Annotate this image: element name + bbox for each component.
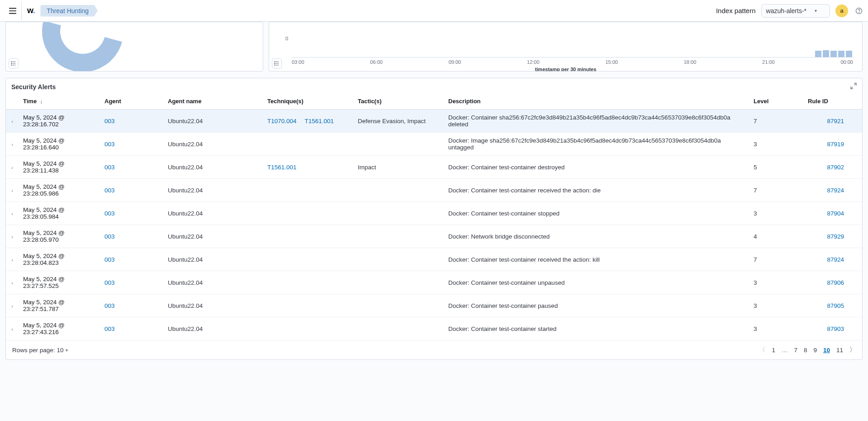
expand-row-button[interactable]: › (6, 294, 19, 317)
technique-link[interactable]: T1561.001 (305, 118, 334, 124)
column-agent-name[interactable]: Agent name (163, 93, 263, 110)
cell-agent-name: Ubuntu22.04 (163, 202, 263, 225)
column-agent[interactable]: Agent (100, 93, 163, 110)
rule-id-link[interactable]: 87904 (827, 210, 844, 217)
expand-row-button[interactable]: › (6, 133, 19, 156)
help-button[interactable] (854, 5, 864, 16)
agent-link[interactable]: 003 (104, 233, 115, 240)
legend-toggle-button[interactable] (272, 58, 282, 68)
table-row[interactable]: ›May 5, 2024 @ 23:27:57.525003Ubuntu22.0… (6, 271, 862, 294)
cell-agent-name: Ubuntu22.04 (163, 179, 263, 202)
table-row[interactable]: ›May 5, 2024 @ 23:28:05.970003Ubuntu22.0… (6, 225, 862, 248)
agent-link[interactable]: 003 (104, 279, 115, 286)
cell-rule-id: 87903 (803, 317, 862, 340)
rows-per-page-select[interactable]: Rows per page: 10 ▾ (12, 347, 68, 354)
expand-row-button[interactable]: › (6, 248, 19, 271)
cell-techniques (263, 271, 353, 294)
cell-level: 3 (749, 317, 803, 340)
cell-description: Docker: Container sha256:67c2fc9e3d849b2… (444, 110, 749, 133)
agent-link[interactable]: 003 (104, 141, 115, 148)
column-technique[interactable]: Technique(s) (263, 93, 353, 110)
technique-link[interactable]: T1070.004 (267, 118, 297, 124)
rule-id-link[interactable]: 87902 (827, 164, 844, 171)
cell-description: Docker: Image sha256:67c2fc9e3d849b21a35… (444, 133, 749, 156)
breadcrumb[interactable]: Threat Hunting (40, 5, 98, 17)
table-row[interactable]: ›May 5, 2024 @ 23:28:11.438003Ubuntu22.0… (6, 156, 862, 179)
rule-id-link[interactable]: 87919 (827, 141, 844, 148)
chevron-right-icon: › (11, 211, 13, 216)
cell-description: Docker: Container test-container destroy… (444, 156, 749, 179)
expand-panel-button[interactable] (850, 83, 857, 91)
rule-id-link[interactable]: 87924 (827, 256, 844, 263)
cell-agent-name: Ubuntu22.04 (163, 248, 263, 271)
expand-row-button[interactable]: › (6, 271, 19, 294)
expand-row-button[interactable]: › (6, 202, 19, 225)
agent-link[interactable]: 003 (104, 164, 115, 171)
agent-link[interactable]: 003 (104, 118, 115, 124)
table-row[interactable]: ›May 5, 2024 @ 23:28:05.984003Ubuntu22.0… (6, 202, 862, 225)
expand-row-button[interactable]: › (6, 110, 19, 133)
rule-id-link[interactable]: 87905 (827, 302, 844, 309)
wazuh-logo[interactable]: w. (27, 6, 35, 15)
menu-toggle-button[interactable] (4, 2, 22, 20)
column-tactic[interactable]: Tactic(s) (353, 93, 444, 110)
bar (838, 51, 844, 57)
agent-link[interactable]: 003 (104, 187, 115, 194)
pagination-page[interactable]: 11 (836, 347, 843, 354)
expand-icon (850, 83, 857, 89)
rule-id-link[interactable]: 87921 (827, 118, 844, 124)
pagination-next[interactable]: 〉 (849, 346, 856, 354)
chevron-right-icon: › (11, 119, 13, 124)
pagination-prev[interactable]: 〈 (759, 346, 765, 354)
expand-row-button[interactable]: › (6, 156, 19, 179)
cell-tactic: Impact (353, 156, 444, 179)
rule-id-link[interactable]: 87903 (827, 325, 844, 332)
rule-id-link[interactable]: 87924 (827, 187, 844, 194)
cell-level: 7 (749, 110, 803, 133)
cell-level: 3 (749, 133, 803, 156)
cell-agent-name: Ubuntu22.04 (163, 317, 263, 340)
cell-tactic (353, 294, 444, 317)
donut-chart-fragment (27, 22, 138, 72)
alerts-table: Time ↓ Agent Agent name Technique(s) Tac… (6, 93, 862, 340)
chevron-right-icon: › (11, 142, 13, 147)
rule-id-link[interactable]: 87929 (827, 233, 844, 240)
cell-agent-name: Ubuntu22.04 (163, 271, 263, 294)
cell-rule-id: 87905 (803, 294, 862, 317)
rule-id-link[interactable]: 87906 (827, 279, 844, 286)
chevron-down-icon: ▾ (66, 348, 68, 353)
pagination-page[interactable]: 9 (813, 347, 817, 354)
pagination-page[interactable]: 1 (772, 347, 775, 354)
expand-row-button[interactable]: › (6, 317, 19, 340)
avatar[interactable]: a (835, 5, 848, 17)
table-row[interactable]: ›May 5, 2024 @ 23:28:16.640003Ubuntu22.0… (6, 133, 862, 156)
pagination-page[interactable]: 7 (794, 347, 797, 354)
table-row[interactable]: ›May 5, 2024 @ 23:28:04.823003Ubuntu22.0… (6, 248, 862, 271)
hamburger-icon (9, 7, 17, 15)
column-rule-id[interactable]: Rule ID (803, 93, 862, 110)
technique-link[interactable]: T1561.001 (267, 164, 297, 171)
pagination-page[interactable]: 10 (823, 347, 830, 354)
agent-link[interactable]: 003 (104, 256, 115, 263)
expand-row-button[interactable]: › (6, 225, 19, 248)
table-row[interactable]: ›May 5, 2024 @ 23:27:51.787003Ubuntu22.0… (6, 294, 862, 317)
table-row[interactable]: ›May 5, 2024 @ 23:28:16.702003Ubuntu22.0… (6, 110, 862, 133)
table-row[interactable]: ›May 5, 2024 @ 23:28:05.986003Ubuntu22.0… (6, 179, 862, 202)
index-pattern-select[interactable]: wazuh-alerts-* ▾ (761, 4, 830, 18)
column-time[interactable]: Time ↓ (19, 93, 100, 110)
cell-techniques (263, 225, 353, 248)
cell-techniques (263, 133, 353, 156)
agent-link[interactable]: 003 (104, 302, 115, 309)
column-level[interactable]: Level (749, 93, 803, 110)
legend-toggle-button[interactable] (9, 58, 19, 68)
cell-agent-name: Ubuntu22.04 (163, 294, 263, 317)
expand-row-button[interactable]: › (6, 179, 19, 202)
agent-link[interactable]: 003 (104, 210, 115, 217)
cell-rule-id: 87906 (803, 271, 862, 294)
agent-link[interactable]: 003 (104, 325, 115, 332)
pagination-page[interactable]: 8 (804, 347, 807, 354)
x-tick: 09:00 (449, 59, 461, 65)
security-alerts-panel: Security Alerts Time ↓ Agent Agent name … (5, 78, 863, 360)
table-row[interactable]: ›May 5, 2024 @ 23:27:43.216003Ubuntu22.0… (6, 317, 862, 340)
column-description[interactable]: Description (444, 93, 749, 110)
